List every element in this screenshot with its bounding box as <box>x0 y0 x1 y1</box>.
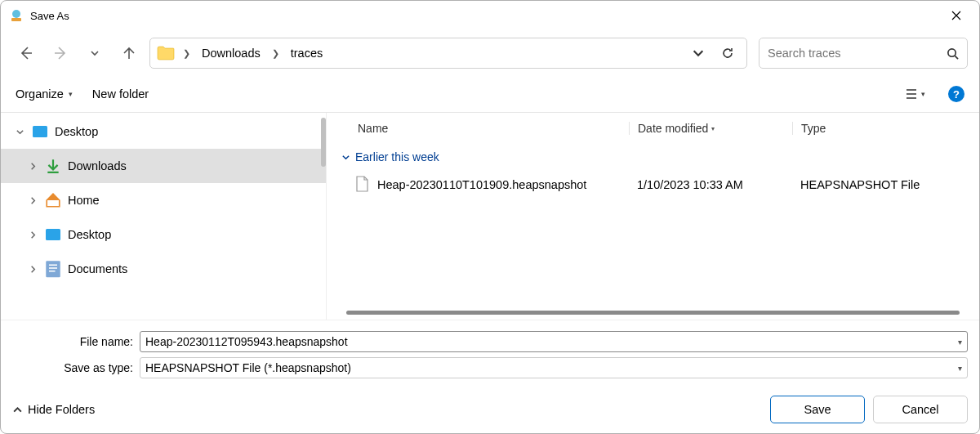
file-name: Heap-20230110T101909.heapsnapshot <box>377 178 586 191</box>
close-button[interactable] <box>938 3 974 28</box>
chevron-right-icon: ❯ <box>180 48 194 59</box>
chevron-right-icon[interactable] <box>27 195 38 206</box>
help-button[interactable]: ? <box>948 86 964 102</box>
svg-rect-1 <box>11 18 21 21</box>
file-icon <box>354 176 369 195</box>
app-icon <box>9 8 24 23</box>
sort-indicator-icon: ▾ <box>711 125 715 132</box>
view-options-button[interactable]: ▾ <box>901 82 929 106</box>
chevron-right-icon[interactable] <box>27 229 38 240</box>
save-as-type-field[interactable]: HEAPSNAPSHOT File (*.heapsnapshot) ▾ <box>140 357 968 378</box>
column-name[interactable]: Name <box>327 122 629 135</box>
new-folder-label: New folder <box>92 87 149 101</box>
dialog-footer: Hide Folders Save Cancel <box>1 386 979 433</box>
hide-folders-button[interactable]: Hide Folders <box>12 403 95 416</box>
desktop-icon <box>45 227 61 242</box>
chevron-down-icon[interactable]: ▾ <box>953 364 962 373</box>
chevron-right-icon[interactable] <box>27 263 38 275</box>
file-list: Name Date modified▾ Type Earlier this we… <box>326 113 979 320</box>
address-bar[interactable]: ❯ Downloads ❯ traces <box>149 38 747 69</box>
organize-menu[interactable]: Organize ▾ <box>16 87 73 101</box>
command-bar: Organize ▾ New folder ▾ ? <box>1 76 979 112</box>
tree-item-home[interactable]: Home <box>1 183 326 217</box>
column-date[interactable]: Date modified▾ <box>629 122 792 135</box>
tree-label: Home <box>68 194 100 207</box>
chevron-up-icon <box>12 405 23 415</box>
column-type[interactable]: Type <box>792 122 979 135</box>
download-icon <box>45 159 61 173</box>
up-button[interactable] <box>115 39 143 67</box>
chevron-down-icon[interactable] <box>14 126 25 137</box>
save-as-dialog: Save As ❯ Downloads ❯ traces <box>0 0 980 434</box>
chevron-down-icon <box>341 153 350 162</box>
refresh-button[interactable] <box>715 41 740 65</box>
svg-point-2 <box>948 48 956 56</box>
group-header[interactable]: Earlier this week <box>327 144 979 170</box>
svg-point-0 <box>12 10 20 18</box>
svg-rect-5 <box>46 261 60 277</box>
chevron-down-icon: ▾ <box>69 90 73 98</box>
new-folder-button[interactable]: New folder <box>92 87 149 101</box>
home-icon <box>45 193 61 208</box>
tree-label: Desktop <box>68 228 111 241</box>
file-type: HEAPSNAPSHOT File <box>792 178 979 191</box>
cancel-button[interactable]: Cancel <box>873 396 968 423</box>
tree-item-desktop[interactable]: Desktop <box>1 217 326 252</box>
svg-rect-3 <box>33 126 47 137</box>
search-box[interactable] <box>759 38 968 69</box>
search-input[interactable] <box>768 47 947 60</box>
file-name-label: File name: <box>12 335 133 348</box>
content-body: Desktop Downloads Home Desktop Documents <box>1 112 979 320</box>
filename-form: File name: ▾ Save as type: HEAPSNAPSHOT … <box>1 320 979 386</box>
file-row[interactable]: Heap-20230110T101909.heapsnapshot 1/10/2… <box>327 170 979 199</box>
file-name-field[interactable]: ▾ <box>140 331 968 352</box>
hide-folders-label: Hide Folders <box>28 403 95 416</box>
nav-toolbar: ❯ Downloads ❯ traces <box>1 30 979 76</box>
history-dropdown[interactable] <box>81 39 109 67</box>
file-name-input[interactable] <box>145 335 953 348</box>
chevron-right-icon[interactable] <box>27 160 38 172</box>
folder-tree: Desktop Downloads Home Desktop Documents <box>1 113 326 320</box>
tree-item-downloads[interactable]: Downloads <box>1 149 326 183</box>
file-date: 1/10/2023 10:33 AM <box>629 178 792 191</box>
back-button[interactable] <box>12 39 40 67</box>
desktop-icon <box>32 124 48 139</box>
save-button[interactable]: Save <box>770 396 865 423</box>
window-title: Save As <box>30 10 69 22</box>
titlebar: Save As <box>1 1 979 30</box>
horizontal-scrollbar[interactable] <box>346 311 960 315</box>
tree-item-desktop-root[interactable]: Desktop <box>1 114 326 149</box>
address-history-dropdown[interactable] <box>686 41 710 65</box>
tree-item-documents[interactable]: Documents <box>1 252 326 286</box>
group-label: Earlier this week <box>355 150 439 163</box>
tree-label: Desktop <box>55 125 98 138</box>
folder-icon <box>157 46 175 60</box>
tree-label: Documents <box>68 262 127 275</box>
breadcrumb-traces[interactable]: traces <box>287 45 327 61</box>
save-as-type-value: HEAPSNAPSHOT File (*.heapsnapshot) <box>145 361 953 374</box>
forward-button[interactable] <box>47 39 74 67</box>
documents-icon <box>45 262 61 276</box>
column-headers: Name Date modified▾ Type <box>327 113 979 144</box>
chevron-right-icon: ❯ <box>269 48 283 59</box>
save-as-type-label: Save as type: <box>12 361 133 374</box>
breadcrumb-downloads[interactable]: Downloads <box>198 45 264 61</box>
svg-rect-4 <box>46 229 60 240</box>
search-icon <box>947 47 959 60</box>
chevron-down-icon[interactable]: ▾ <box>953 338 962 347</box>
organize-label: Organize <box>16 87 64 101</box>
tree-label: Downloads <box>68 159 127 172</box>
